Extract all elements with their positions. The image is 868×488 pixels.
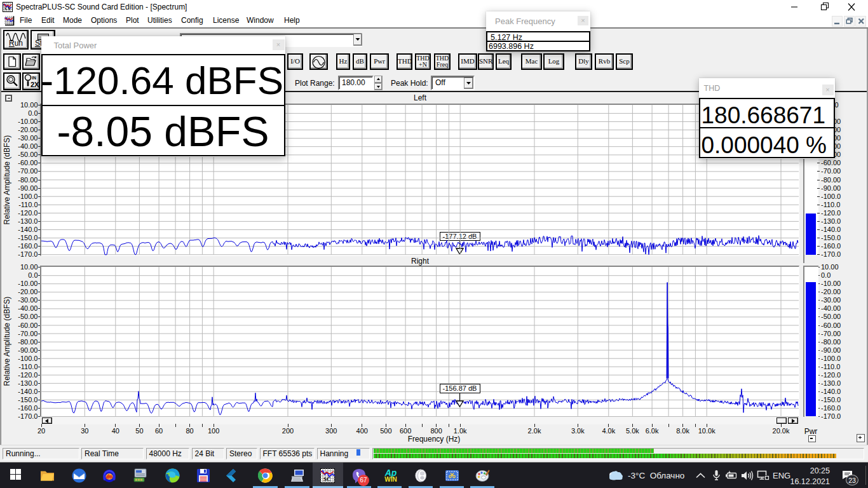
svg-text:SC: SC [323, 476, 331, 482]
